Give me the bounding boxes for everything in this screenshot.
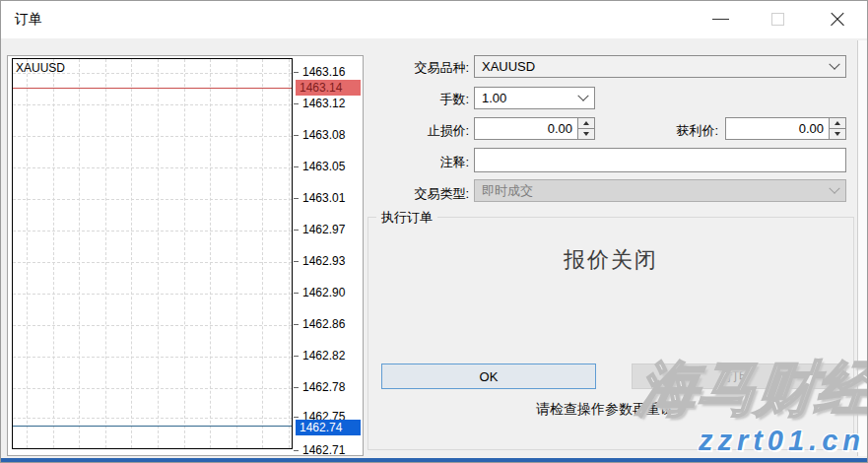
axis-tick	[294, 230, 299, 231]
price-scale-label: 1463.08	[294, 127, 363, 143]
symbol-label: 交易品种:	[359, 59, 469, 77]
comment-input[interactable]	[474, 148, 846, 172]
ask-price-line	[13, 88, 292, 89]
maximize-button	[762, 1, 795, 38]
order-type-select: 即时成交	[474, 179, 846, 202]
take-profit-label: 获利价:	[610, 122, 718, 140]
close-icon	[829, 11, 846, 29]
execution-group-title: 执行订单	[376, 209, 437, 227]
watermark-brand: 海马财经	[634, 350, 868, 430]
price-scale-label: 1462.93	[294, 253, 363, 269]
price-value: 1462.71	[302, 443, 345, 457]
price-value: 1462.97	[302, 223, 345, 236]
spin-down-icon[interactable]	[830, 129, 845, 139]
price-scale-label: 1463.05	[294, 159, 363, 174]
axis-tick	[294, 387, 299, 388]
volume-label: 手数:	[359, 91, 469, 108]
axis-tick	[294, 72, 299, 73]
price-scale-label: 1463.01	[294, 190, 363, 206]
take-profit-input[interactable]: 0.00	[725, 117, 846, 140]
price-scale-label: 1462.86	[294, 316, 363, 332]
price-value: 1462.82	[302, 349, 345, 363]
price-value: 1462.93	[302, 254, 345, 268]
window-bottom-border	[1, 458, 867, 462]
close-button[interactable]	[821, 1, 854, 38]
price-scale-label: 1462.71	[294, 442, 363, 458]
chevron-down-icon	[829, 58, 839, 69]
spin-down-icon[interactable]	[578, 129, 594, 139]
volume-select-value: 1.00	[482, 91, 506, 105]
price-value: 1463.01	[302, 191, 345, 205]
window-title: 订单	[15, 11, 42, 29]
price-scale-label: 1462.78	[294, 379, 363, 395]
titlebar: 订单	[1, 1, 867, 38]
axis-tick	[294, 450, 299, 451]
axis-tick	[294, 261, 299, 262]
order-type-select-value: 即时成交	[482, 182, 533, 200]
axis-tick	[294, 324, 299, 325]
axis-tick	[294, 417, 299, 418]
axis-tick	[294, 198, 299, 199]
minimize-button[interactable]	[704, 1, 738, 38]
chart-symbol-label: XAUUSD	[16, 61, 65, 75]
watermark-site-url: zzrt01.cn	[699, 425, 865, 457]
order-type-label: 交易类型:	[359, 185, 469, 203]
axis-tick	[294, 135, 299, 136]
price-value: 1463.14	[300, 81, 342, 95]
price-scale-label: 1462.82	[294, 348, 363, 364]
stop-loss-label: 止损价:	[359, 122, 469, 140]
price-value: 1462.90	[302, 286, 345, 299]
spin-up-icon[interactable]	[578, 118, 594, 129]
take-profit-spinner	[829, 118, 845, 139]
minimize-icon	[712, 19, 729, 20]
axis-tick	[294, 293, 299, 294]
chart-panel: XAUUSD 1463.161463.141463.121463.081463.…	[7, 55, 364, 456]
price-scale-label: 1463.12	[294, 96, 363, 111]
price-value: 1462.74	[300, 421, 342, 434]
ask-price-badge: 1463.14	[296, 80, 361, 96]
axis-tick	[294, 356, 299, 357]
bid-price-line	[13, 426, 292, 427]
symbol-select-value: XAUUSD	[482, 59, 535, 74]
spin-up-icon[interactable]	[830, 118, 845, 129]
price-value: 1463.08	[302, 128, 345, 142]
bid-price-badge: 1462.74	[296, 420, 361, 435]
price-value: 1463.16	[302, 65, 345, 79]
price-scale-label: 1462.90	[294, 285, 363, 300]
stop-loss-value: 0.00	[475, 118, 577, 139]
stop-loss-spinner	[577, 118, 594, 139]
axis-tick	[294, 103, 299, 104]
quote-closed-message: 报价关闭	[368, 245, 853, 275]
comment-label: 注释:	[359, 154, 469, 171]
ok-button[interactable]: OK	[381, 364, 596, 389]
volume-select[interactable]: 1.00	[474, 87, 595, 109]
price-value: 1463.12	[302, 97, 345, 110]
price-value: 1462.86	[302, 317, 345, 331]
price-scale: 1463.161463.141463.121463.081463.051463.…	[8, 56, 363, 455]
maximize-icon	[771, 13, 784, 26]
price-value: 1463.05	[302, 160, 345, 173]
symbol-select[interactable]: XAUUSD	[474, 55, 846, 78]
price-scale-label: 1463.16	[294, 64, 363, 80]
chevron-down-icon	[829, 182, 839, 193]
chevron-down-icon	[577, 90, 588, 100]
price-value: 1462.78	[302, 380, 345, 394]
price-scale-label: 1462.97	[294, 222, 363, 237]
axis-tick	[294, 166, 299, 167]
take-profit-value: 0.00	[726, 118, 829, 139]
order-dialog-window: 订单 XAUUSD 1463.161463.141463.121463.0814…	[0, 0, 868, 463]
stop-loss-input[interactable]: 0.00	[474, 117, 595, 140]
